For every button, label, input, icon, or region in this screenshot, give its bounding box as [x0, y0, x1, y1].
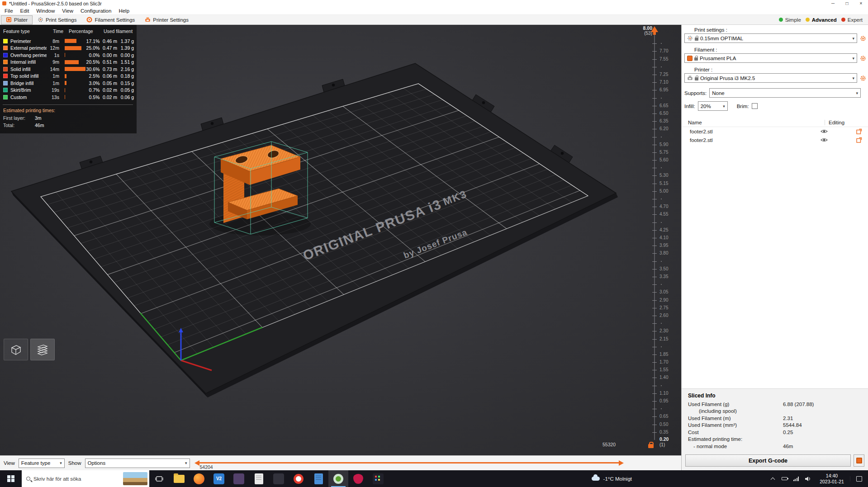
taskbar-app-file-explorer[interactable] — [169, 470, 189, 487]
layer-tick — [652, 222, 657, 223]
object-list-row[interactable]: footer2.stl — [682, 136, 868, 144]
filament-combo[interactable]: Prusament PLA ▾ — [684, 53, 857, 63]
range-track[interactable] — [199, 462, 619, 463]
tray-chevron-icon[interactable] — [767, 470, 778, 487]
taskbar-app-terminal[interactable] — [368, 470, 388, 487]
object-editing-button[interactable] — [854, 137, 863, 143]
supports-combo[interactable]: None ▾ — [709, 88, 861, 98]
infill-combo[interactable]: 20% ▾ — [698, 101, 728, 111]
brim-checkbox[interactable] — [752, 103, 758, 109]
documents-app-icon — [314, 473, 323, 484]
layer-slider-max-index: (53) — [637, 31, 652, 36]
task-view-button[interactable] — [149, 470, 169, 487]
taskbar-clock[interactable]: 14:40 2023-01-21 — [814, 473, 850, 485]
filament-gear-button[interactable] — [859, 54, 867, 62]
weather-text: -1°C Molnigt — [603, 476, 632, 482]
editing-column-header: Editing — [825, 120, 863, 125]
feature-percentage-bar — [65, 67, 85, 71]
lock-icon — [695, 77, 698, 80]
taskbar-app-capture-tool[interactable] — [269, 470, 289, 487]
mode-expert[interactable]: Expert — [841, 17, 863, 23]
action-center-button[interactable] — [850, 476, 868, 482]
feature-used-grams: 1.37 g — [117, 38, 134, 44]
layer-slider-thumb[interactable] — [651, 26, 658, 32]
tray-volume-icon[interactable] — [802, 470, 814, 487]
layer-slider[interactable]: 8.00 (53) 0.350.500.650.951.101.401.551.… — [636, 25, 681, 455]
object-visibility-toggle[interactable] — [819, 137, 830, 142]
feature-percentage-bar — [65, 39, 85, 43]
object-list-row[interactable]: footer2.stl — [682, 127, 868, 136]
menu-file[interactable]: File — [1, 8, 17, 14]
layer-tick — [652, 214, 657, 215]
taskbar-app-prusaslicer[interactable] — [328, 470, 348, 487]
first-layer-time: First layer: 3m — [2, 114, 134, 122]
object-name: footer2.stl — [690, 129, 819, 134]
search-highlight-image[interactable] — [123, 472, 147, 485]
tab-filament-settings[interactable]: Filament Settings — [81, 15, 140, 24]
taskbar-app-documents-app[interactable] — [308, 470, 328, 487]
export-gcode-button[interactable]: Export G-code — [685, 454, 851, 467]
feature-color-swatch — [3, 53, 8, 57]
taskbar-app-writer-app[interactable] — [249, 470, 269, 487]
minimize-button[interactable]: ─ — [826, 0, 840, 7]
layer-tick — [652, 347, 657, 347]
tab-plater[interactable]: Plater — [1, 15, 33, 24]
maximize-button[interactable]: □ — [840, 0, 854, 7]
layer-tick-label: 1.70 — [659, 360, 678, 364]
search-input[interactable] — [33, 476, 120, 482]
close-button[interactable]: × — [854, 0, 868, 7]
taskbar-search[interactable] — [22, 470, 149, 487]
taskbar-app-raspberry-pi[interactable] — [348, 470, 368, 487]
sliced-info-row: Used Filament (m)2.31 — [682, 415, 868, 422]
tray-network-icon[interactable] — [790, 470, 802, 487]
legend-header: Feature type Time Percentage Used filame… — [2, 28, 134, 35]
print-settings-gear-button[interactable] — [859, 34, 867, 43]
show-options-combo[interactable]: Options ▾ — [85, 459, 190, 468]
range-right-handle[interactable] — [619, 460, 624, 466]
sliced-info-label: Used Filament (g) — [682, 401, 783, 408]
writer-app-icon — [255, 473, 263, 484]
print-settings-label: Print settings : — [694, 27, 868, 33]
window-title: *Untitled - PrusaSlicer-2.5.0 based on S… — [9, 1, 102, 6]
taskbar-app-media-app[interactable] — [289, 470, 308, 487]
layer-tick-label: 5.30 — [659, 173, 678, 178]
layer-tick — [652, 393, 657, 394]
tray-battery-icon[interactable] — [778, 470, 790, 487]
sliced-info-value: 0.25 — [783, 429, 868, 436]
mode-simple[interactable]: Simple — [779, 17, 801, 23]
layers-icon — [36, 344, 49, 355]
menu-window[interactable]: Window — [33, 8, 58, 14]
start-button[interactable] — [0, 470, 22, 487]
weather-widget[interactable]: -1°C Molnigt — [587, 470, 636, 487]
taskbar-app-app-purple[interactable] — [229, 470, 249, 487]
window-controls: ─ □ × — [826, 0, 868, 7]
view-type-value: Feature type — [21, 460, 51, 466]
printer-gear-button[interactable] — [859, 74, 867, 82]
object-editing-button[interactable] — [854, 128, 863, 134]
tab-printer-settings[interactable]: Printer Settings — [140, 15, 194, 24]
export-side-button[interactable] — [854, 454, 864, 467]
legend-row: Internal infill9m20.5%0.51 m1.51 g — [2, 59, 134, 66]
menu-view[interactable]: View — [58, 8, 77, 14]
printer-combo[interactable]: Original Prusa i3 MK2.5 ▾ — [684, 73, 857, 83]
layer-slider-lock-icon[interactable] — [648, 444, 654, 448]
layer-tick — [652, 199, 657, 199]
menu-edit[interactable]: Edit — [17, 8, 33, 14]
layer-slider-track[interactable] — [654, 35, 655, 440]
print-settings-combo[interactable]: 0.15mm OPTIMAL ▾ — [684, 33, 857, 43]
move-range-slider[interactable]: 54204 — [194, 456, 678, 470]
preview-view-button[interactable] — [30, 339, 55, 360]
menu-help[interactable]: Help — [115, 8, 133, 14]
tab-print-settings[interactable]: Print Settings — [33, 15, 81, 24]
layer-tick-label: 4.70 — [659, 204, 678, 209]
object-visibility-toggle[interactable] — [819, 129, 830, 134]
taskbar-app-firefox[interactable] — [189, 470, 209, 487]
3d-viewport[interactable]: ORIGINAL PRUSA i3MK3 by Josef Prusa — [0, 25, 681, 455]
taskbar-app-code-editor[interactable]: V2 — [209, 470, 229, 487]
editor-view-button[interactable] — [4, 339, 28, 360]
menu-configuration[interactable]: Configuration — [77, 8, 115, 14]
view-type-combo[interactable]: Feature type ▾ — [19, 459, 65, 468]
mode-advanced[interactable]: Advanced — [806, 17, 837, 23]
layer-tick-dot — [661, 385, 662, 386]
feature-used-meters: 0.73 m — [100, 66, 117, 72]
